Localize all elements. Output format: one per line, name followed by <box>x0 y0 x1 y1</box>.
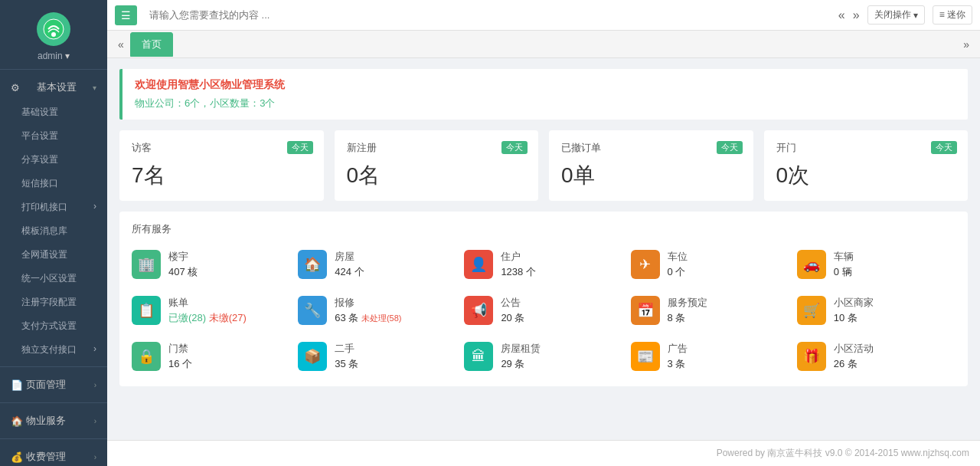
activity-icon: 🎁 <box>797 342 826 371</box>
toggle-button[interactable]: ≡ 迷你 <box>933 5 972 25</box>
fee-arrow: › <box>94 453 96 461</box>
property-icon: 🏠 <box>11 415 23 427</box>
resident-count: 1238 个 <box>501 265 536 279</box>
nav-group-property[interactable]: 🏠 物业服务 › <box>0 408 107 434</box>
services-title: 所有服务 <box>132 222 956 236</box>
service-merchant[interactable]: 🛒 小区商家 10 条 <box>797 291 956 330</box>
content-area: 欢迎使用智慧小区物业管理系统 物业公司：6个，小区数量：3个 访客 今天 7名 … <box>107 58 980 440</box>
welcome-banner: 欢迎使用智慧小区物业管理系统 物业公司：6个，小区数量：3个 <box>119 69 968 120</box>
access-icon: 🔒 <box>132 342 161 371</box>
page-icon: 📄 <box>11 379 23 391</box>
service-access[interactable]: 🔒 门禁 16 个 <box>132 337 290 376</box>
bill-label: 账单 <box>168 296 247 310</box>
service-activity[interactable]: 🎁 小区活动 26 条 <box>797 337 956 376</box>
vehicle-icon: 🚗 <box>797 250 826 279</box>
service-advertising[interactable]: 📰 广告 3 条 <box>631 337 789 376</box>
repair-icon: 🔧 <box>298 296 327 325</box>
rental-count: 29 条 <box>501 357 541 371</box>
stat-cancelled-orders-badge: 今天 <box>717 141 743 154</box>
booking-label: 服务预定 <box>668 296 707 310</box>
services-section: 所有服务 🏢 楼宇 407 核 🏠 房屋 424 个 <box>119 212 968 386</box>
stat-door-open-badge: 今天 <box>931 141 957 154</box>
bill-count: 已缴(28) 未缴(27) <box>168 311 247 325</box>
stat-visitors: 访客 今天 7名 <box>119 130 324 201</box>
svg-point-1 <box>51 32 56 37</box>
service-parking-space[interactable]: ✈ 车位 0 个 <box>631 245 789 284</box>
nav-item-sms[interactable]: 短信接口 <box>0 172 107 195</box>
welcome-title: 欢迎使用智慧小区物业管理系统 <box>135 78 956 92</box>
stat-new-register-label: 新注册 <box>347 141 527 155</box>
nav-item-global-notify[interactable]: 全网通设置 <box>0 243 107 267</box>
merchant-service-icon: 🛒 <box>797 296 826 325</box>
access-label: 门禁 <box>168 342 192 356</box>
property-arrow: › <box>94 417 96 425</box>
bill-icon: 📋 <box>132 296 161 325</box>
tab-nav-right[interactable]: » <box>960 35 972 54</box>
notice-label: 公告 <box>501 296 524 310</box>
nav-section-basic: ⚙ 基本设置 ▾ 基础设置 平台设置 分享设置 短信接口 打印机接口› 模板消息… <box>0 70 107 367</box>
service-room[interactable]: 🏠 房屋 424 个 <box>298 245 456 284</box>
nav-item-register-field[interactable]: 注册字段配置 <box>0 290 107 314</box>
tab-nav-left[interactable]: « <box>115 35 127 54</box>
stat-door-open-value: 0次 <box>776 161 956 190</box>
service-building[interactable]: 🏢 楼宇 407 核 <box>132 245 290 284</box>
nav-item-standalone-pay[interactable]: 独立支付接口› <box>0 338 107 362</box>
service-secondhand[interactable]: 📦 二手 35 条 <box>298 337 456 376</box>
search-input[interactable] <box>143 6 832 24</box>
nav-left-button[interactable]: « <box>838 8 845 22</box>
stat-door-open-label: 开门 <box>776 141 956 155</box>
nav-group-page[interactable]: 📄 页面管理 › <box>0 372 107 398</box>
footer-text: Powered by 南京蓝牛科技 v9.0 © 2014-2015 www.n… <box>717 448 969 458</box>
service-booking[interactable]: 📅 服务预定 8 条 <box>631 291 789 330</box>
building-icon: 🏢 <box>132 250 161 279</box>
topbar-right: « » 关闭操作 ▾ ≡ 迷你 <box>838 5 972 25</box>
stat-cancelled-orders-label: 已撤订单 <box>561 141 741 155</box>
basic-settings-label: 基本设置 <box>37 80 77 94</box>
nav-item-basic[interactable]: 基础设置 <box>0 100 107 124</box>
nav-group-basic-settings[interactable]: ⚙ 基本设置 ▾ <box>0 74 107 100</box>
fee-icon: 💰 <box>11 451 23 463</box>
service-bill[interactable]: 📋 账单 已缴(28) 未缴(27) <box>132 291 290 330</box>
nav-item-platform[interactable]: 平台设置 <box>0 124 107 148</box>
stat-door-open: 开门 今天 0次 <box>764 130 969 201</box>
nav-section-property: 🏠 物业服务 › <box>0 403 107 439</box>
nav-right-button[interactable]: » <box>853 8 860 22</box>
welcome-subtitle: 物业公司：6个，小区数量：3个 <box>135 97 956 110</box>
room-label: 房屋 <box>335 250 364 264</box>
nav-item-payment-method[interactable]: 支付方式设置 <box>0 314 107 338</box>
advertising-icon: 📰 <box>631 342 660 371</box>
service-resident[interactable]: 👤 住户 1238 个 <box>464 245 622 284</box>
advertising-count: 3 条 <box>668 357 688 371</box>
room-count: 424 个 <box>335 265 364 279</box>
main-area: ☰ « » 关闭操作 ▾ ≡ 迷你 « 首页 » 欢迎使用智慧小区物业管理系统 … <box>107 0 980 466</box>
rental-label: 房屋租赁 <box>501 342 541 356</box>
activity-count: 26 条 <box>834 357 874 371</box>
footer: Powered by 南京蓝牛科技 v9.0 © 2014-2015 www.n… <box>107 440 980 466</box>
booking-icon: 📅 <box>631 296 660 325</box>
service-notice[interactable]: 📢 公告 20 条 <box>464 291 622 330</box>
nav-group-fee[interactable]: 💰 收费管理 › <box>0 444 107 466</box>
stats-row: 访客 今天 7名 新注册 今天 0名 已撤订单 今天 0单 开门 今天 0次 <box>119 130 968 201</box>
nav-item-template[interactable]: 模板消息库 <box>0 219 107 243</box>
service-repair[interactable]: 🔧 报修 63 条 未处理(58) <box>298 291 456 330</box>
sidebar-logo: admin ▾ <box>0 0 107 70</box>
topbar: ☰ « » 关闭操作 ▾ ≡ 迷你 <box>107 0 980 31</box>
stat-cancelled-orders: 已撤订单 今天 0单 <box>549 130 753 201</box>
booking-count: 8 条 <box>668 311 707 325</box>
merchant-service-label: 小区商家 <box>834 296 874 310</box>
menu-toggle-button[interactable]: ☰ <box>115 5 137 25</box>
parking-label: 车位 <box>668 250 688 264</box>
stat-visitors-label: 访客 <box>132 141 312 155</box>
service-vehicle[interactable]: 🚗 车辆 0 辆 <box>797 245 956 284</box>
nav-item-unified-zone[interactable]: 统一小区设置 <box>0 267 107 290</box>
service-rental[interactable]: 🏛 房屋租赁 29 条 <box>464 337 622 376</box>
tab-home[interactable]: 首页 <box>130 32 173 57</box>
repair-label: 报修 <box>335 296 401 310</box>
nav-section-page: 📄 页面管理 › <box>0 367 107 403</box>
nav-item-share[interactable]: 分享设置 <box>0 148 107 172</box>
basic-settings-arrow: ▾ <box>93 84 96 92</box>
close-op-button[interactable]: 关闭操作 ▾ <box>867 5 925 25</box>
nav-item-printer[interactable]: 打印机接口› <box>0 195 107 219</box>
page-arrow: › <box>94 381 96 389</box>
page-label: 页面管理 <box>26 378 94 392</box>
